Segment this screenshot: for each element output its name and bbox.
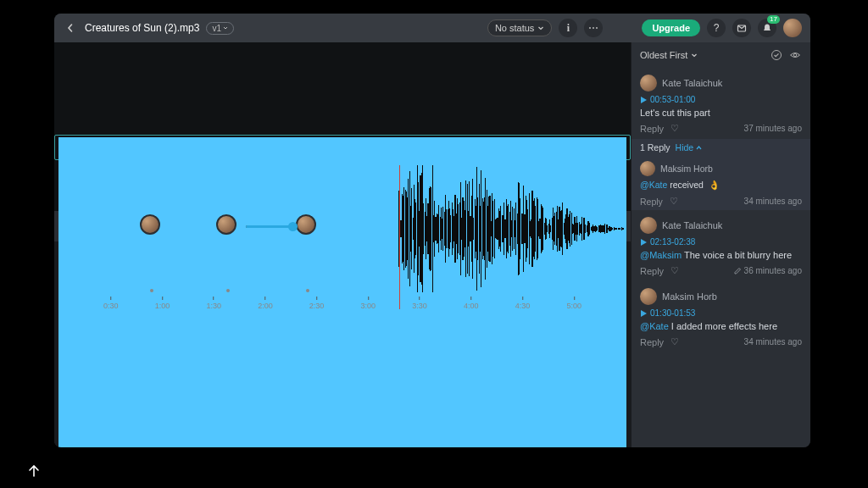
- reply-author: Maksim Horb: [660, 164, 713, 174]
- comment-item[interactable]: Kate Talaichuk02:13-02:38@Maksim The voi…: [632, 210, 810, 281]
- ruler-tick: 2:30: [309, 297, 325, 310]
- ruler-tick: 4:30: [515, 297, 531, 310]
- comment-body: @Kate I added more effects here: [640, 321, 802, 331]
- upgrade-button[interactable]: Upgrade: [642, 19, 700, 36]
- volume-slider[interactable]: [246, 225, 297, 228]
- comment-author: Maksim Horb: [662, 291, 717, 302]
- ruler-tick: 3:30: [412, 297, 427, 310]
- reply-button[interactable]: Reply: [640, 197, 663, 207]
- comments-panel: Oldest First Kate Talaichuk00:53-01:00Le…: [631, 42, 810, 447]
- ruler-tick: 1:00: [155, 297, 170, 310]
- header-bar: Creatures of Sun (2).mp3 v1 No status i …: [54, 14, 810, 42]
- reply-body: @Kate received 👌: [640, 180, 802, 191]
- time-ruler: 0:301:001:302:002:303:003:304:004:305:00: [59, 297, 626, 310]
- comment-marker[interactable]: [216, 214, 236, 235]
- reply-button[interactable]: Reply: [640, 266, 664, 276]
- sort-selector[interactable]: Oldest First: [640, 50, 698, 60]
- comment-marker[interactable]: [140, 214, 160, 235]
- resolve-filter-icon[interactable]: [770, 48, 783, 62]
- comment-body: Let's cut this part: [640, 108, 802, 118]
- version-selector[interactable]: v1: [206, 22, 234, 35]
- comment-timecode[interactable]: 01:30-01:53: [640, 308, 802, 318]
- like-button[interactable]: ♡: [670, 265, 679, 276]
- ruler-tick: 3:00: [361, 297, 376, 310]
- svg-point-8: [793, 53, 797, 57]
- comment-reply[interactable]: Maksim Horb@Kate received 👌Reply♡34 minu…: [632, 156, 810, 210]
- comment-author: Kate Talaichuk: [662, 220, 722, 230]
- scroll-top-button[interactable]: [24, 461, 44, 481]
- visibility-icon[interactable]: [788, 48, 802, 62]
- status-selector[interactable]: No status: [487, 19, 552, 36]
- ruler-tick: 5:00: [567, 297, 582, 310]
- reply-avatar: [640, 161, 655, 176]
- reply-button[interactable]: Reply: [640, 124, 664, 134]
- thread-toggle[interactable]: 1 ReplyHide: [632, 139, 810, 156]
- main-panel: 0:301:001:302:002:303:003:304:004:305:00…: [54, 42, 631, 447]
- comment-body: @Maksim The voice a bit blurry here: [640, 250, 802, 260]
- notification-badge: 17: [767, 15, 780, 24]
- file-name: Creatures of Sun (2).mp3: [85, 22, 199, 34]
- comment-author-avatar: [640, 288, 657, 305]
- notifications-button[interactable]: 17: [758, 19, 776, 37]
- overview-waveform[interactable]: [54, 135, 631, 160]
- detail-waveform[interactable]: [59, 165, 626, 292]
- like-button[interactable]: ♡: [670, 123, 679, 134]
- back-button[interactable]: [63, 20, 78, 36]
- ruler-tick: 2:00: [258, 297, 273, 310]
- ruler-tick: 4:00: [464, 297, 479, 310]
- ruler-tick: 0:30: [103, 297, 119, 310]
- comment-author-avatar: [640, 75, 657, 92]
- reply-button[interactable]: Reply: [640, 337, 664, 347]
- comment-timecode[interactable]: 00:53-01:00: [640, 95, 802, 104]
- comments-header: Oldest First: [632, 42, 810, 68]
- more-button[interactable]: ⋯: [584, 19, 603, 37]
- like-button[interactable]: ♡: [670, 336, 679, 347]
- comment-timecode[interactable]: 02:13-02:38: [640, 237, 802, 247]
- user-avatar[interactable]: [783, 19, 802, 37]
- ruler-tick: 1:30: [206, 297, 221, 310]
- comment-author: Kate Talaichuk: [662, 78, 722, 88]
- comment-author-avatar: [640, 217, 657, 234]
- inbox-button[interactable]: [732, 19, 751, 37]
- comment-item[interactable]: Kate Talaichuk00:53-01:00Let's cut this …: [632, 68, 810, 139]
- app-window: Creatures of Sun (2).mp3 v1 No status i …: [54, 14, 810, 447]
- comment-item[interactable]: Maksim Horb01:30-01:53@Kate I added more…: [632, 281, 810, 352]
- comment-marker[interactable]: [296, 214, 316, 235]
- info-button[interactable]: i: [559, 19, 577, 37]
- playhead[interactable]: [399, 165, 400, 309]
- waveform-area[interactable]: 0:301:001:302:002:303:003:304:004:305:00: [54, 42, 631, 211]
- like-button[interactable]: ♡: [670, 196, 678, 207]
- help-button[interactable]: ?: [707, 19, 726, 37]
